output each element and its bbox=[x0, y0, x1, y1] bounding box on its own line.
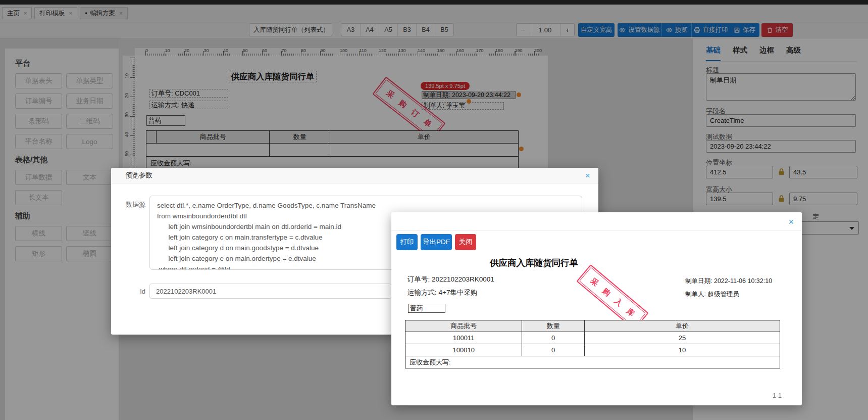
app-root: 主页×打印模板×●编辑方案× A3A4A5B3B4B5 − 1.00 + 自定义… bbox=[0, 0, 868, 420]
table-cell: 0 bbox=[522, 344, 584, 356]
close-button[interactable]: 关闭 bbox=[455, 234, 476, 250]
table-cell: 单价 bbox=[584, 320, 780, 332]
dialog-header-divider bbox=[391, 230, 802, 231]
preview-order-table: 商品批号数量单价100011025100010010应收金额大写: bbox=[405, 320, 780, 368]
id-input[interactable] bbox=[149, 284, 392, 299]
datasource-label: 数据源 bbox=[121, 200, 145, 209]
preview-date: 制单日期: 2022-11-06 10:32:10 bbox=[685, 277, 772, 286]
table-cell: 100010 bbox=[405, 344, 522, 356]
table-cell: 10 bbox=[584, 344, 780, 356]
table-cell: 应收金额大写: bbox=[405, 356, 780, 368]
table-cell: 100011 bbox=[405, 332, 522, 344]
table-cell: 0 bbox=[522, 332, 584, 344]
id-label: Id bbox=[134, 288, 145, 295]
print-button[interactable]: 打印 bbox=[396, 234, 418, 250]
table-cell: 商品批号 bbox=[405, 320, 522, 332]
table-cell: 数量 bbox=[522, 320, 584, 332]
table-footer-row: 应收金额大写: bbox=[405, 356, 780, 368]
table-cell: 25 bbox=[584, 332, 780, 344]
table-row: 100010010 bbox=[405, 344, 780, 356]
export-pdf-button[interactable]: 导出PDF bbox=[421, 234, 452, 250]
preview-maker: 制单人: 超级管理员 bbox=[685, 290, 739, 299]
print-preview-dialog: × 打印 导出PDF 关闭 供应商入库随货同行单 订单号: 2022102203… bbox=[391, 212, 802, 405]
close-icon[interactable]: × bbox=[585, 171, 590, 180]
close-icon[interactable]: × bbox=[788, 217, 794, 226]
table-header-row: 商品批号数量单价 bbox=[405, 320, 780, 332]
dialog-title: 预览参数 bbox=[125, 171, 152, 180]
preview-goodstype: 普药 bbox=[408, 304, 445, 313]
dialog-header: 预览参数 × bbox=[111, 168, 598, 183]
table-row: 100011025 bbox=[405, 332, 780, 344]
preview-transport: 运输方式: 4+7集中采购 bbox=[407, 288, 477, 297]
page-number: 1-1 bbox=[773, 392, 782, 399]
preview-doc-title: 供应商入库随货同行单 bbox=[442, 257, 626, 269]
preview-orderno: 订单号: 2022102203RK0001 bbox=[407, 275, 494, 284]
